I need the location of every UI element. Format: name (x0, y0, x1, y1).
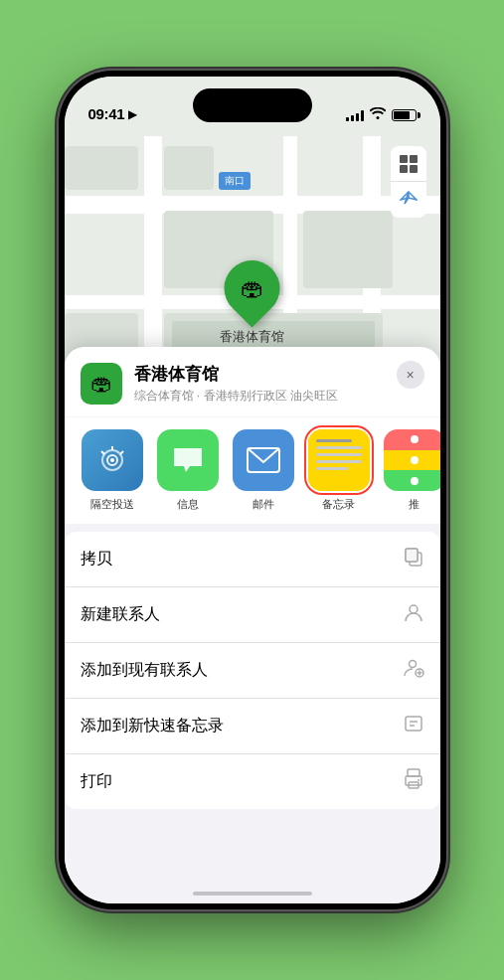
signal-bar-3 (356, 113, 359, 121)
location-pin: 🏟 香港体育馆 (220, 260, 284, 346)
notes-line-5 (316, 467, 348, 470)
add-contact-label: 添加到现有联系人 (81, 660, 208, 681)
sheet-header: 🏟 香港体育馆 综合体育馆 · 香港特别行政区 油尖旺区 × (65, 347, 440, 416)
menu-section: 拷贝 新建联系人 (65, 532, 440, 809)
copy-label: 拷贝 (81, 549, 112, 570)
menu-item-print[interactable]: 打印 (65, 754, 440, 809)
quick-note-icon (403, 713, 424, 739)
action-more[interactable]: 推 (383, 429, 440, 512)
svg-line-11 (101, 451, 104, 454)
map-block (303, 211, 393, 288)
notes-inner (308, 429, 370, 491)
map-view-toggle[interactable] (391, 146, 426, 182)
airdrop-label: 隔空投送 (90, 497, 134, 512)
venue-info: 香港体育馆 综合体育馆 · 香港特别行政区 油尖旺区 (134, 363, 385, 405)
svg-line-10 (120, 451, 123, 454)
signal-bars (346, 109, 364, 121)
airdrop-icon-wrap (82, 429, 143, 491)
more-icon-wrap (384, 429, 440, 491)
svg-rect-3 (410, 165, 418, 173)
svg-rect-1 (410, 155, 418, 163)
dynamic-island (193, 88, 312, 122)
actions-row: 隔空投送 信息 (65, 417, 440, 524)
svg-rect-21 (406, 717, 421, 731)
venue-name: 香港体育馆 (134, 363, 385, 386)
new-contact-label: 新建联系人 (81, 604, 160, 625)
battery-icon (392, 109, 417, 121)
home-indicator (193, 892, 312, 896)
svg-rect-2 (400, 165, 408, 173)
pin-label: 香港体育馆 (220, 328, 284, 346)
venue-subtitle: 综合体育馆 · 香港特别行政区 油尖旺区 (134, 388, 385, 405)
bottom-sheet: 🏟 香港体育馆 综合体育馆 · 香港特别行政区 油尖旺区 × (65, 347, 440, 903)
signal-bar-1 (346, 117, 349, 121)
svg-rect-24 (408, 769, 420, 776)
new-contact-icon (403, 601, 424, 628)
messages-label: 信息 (177, 497, 199, 512)
map-block (164, 146, 214, 190)
notes-line-3 (316, 453, 362, 456)
print-label: 打印 (81, 771, 112, 792)
notes-line-4 (316, 460, 362, 463)
signal-bar-4 (361, 110, 364, 121)
location-icon: ▶ (128, 107, 137, 121)
signal-bar-2 (351, 115, 354, 121)
map-south-entrance-label: 南口 (219, 172, 251, 190)
location-btn[interactable] (391, 182, 426, 218)
menu-item-copy[interactable]: 拷贝 (65, 532, 440, 587)
more-inner (384, 429, 440, 491)
svg-point-8 (110, 458, 114, 462)
svg-rect-0 (400, 155, 408, 163)
mail-icon-wrap (233, 429, 294, 491)
svg-rect-15 (406, 549, 418, 562)
menu-item-add-contact[interactable]: 添加到现有联系人 (65, 643, 440, 699)
status-time: 09:41 (88, 105, 125, 122)
print-icon (403, 768, 424, 795)
close-button[interactable]: × (397, 361, 424, 389)
wifi-icon (370, 107, 386, 122)
add-contact-icon (403, 657, 424, 684)
venue-icon: 🏟 (81, 363, 122, 405)
status-icons (346, 107, 417, 122)
notes-line-2 (316, 446, 362, 449)
action-messages[interactable]: 信息 (156, 429, 220, 512)
map-block (65, 146, 138, 190)
battery-fill (394, 111, 411, 119)
more-label: 推 (409, 497, 420, 512)
messages-icon-wrap (157, 429, 219, 491)
map-controls (391, 146, 426, 218)
action-airdrop[interactable]: 隔空投送 (81, 429, 144, 512)
pin-icon: 🏟 (213, 248, 291, 327)
menu-item-new-contact[interactable]: 新建联系人 (65, 587, 440, 643)
mail-label: 邮件 (252, 497, 274, 512)
menu-item-quick-note[interactable]: 添加到新快速备忘录 (65, 699, 440, 754)
svg-point-27 (418, 779, 420, 781)
copy-icon (403, 546, 424, 572)
phone-frame: 09:41 ▶ (59, 71, 446, 909)
notes-line-1 (316, 439, 353, 442)
phone-screen: 09:41 ▶ (65, 77, 440, 903)
svg-point-17 (409, 661, 416, 668)
pin-icon-inner: 🏟 (241, 274, 264, 302)
action-mail[interactable]: 邮件 (232, 429, 295, 512)
svg-point-16 (410, 605, 418, 613)
notes-icon-wrap (308, 429, 370, 491)
action-notes[interactable]: 备忘录 (307, 429, 371, 512)
quick-note-label: 添加到新快速备忘录 (81, 716, 224, 736)
notes-label: 备忘录 (322, 497, 355, 512)
